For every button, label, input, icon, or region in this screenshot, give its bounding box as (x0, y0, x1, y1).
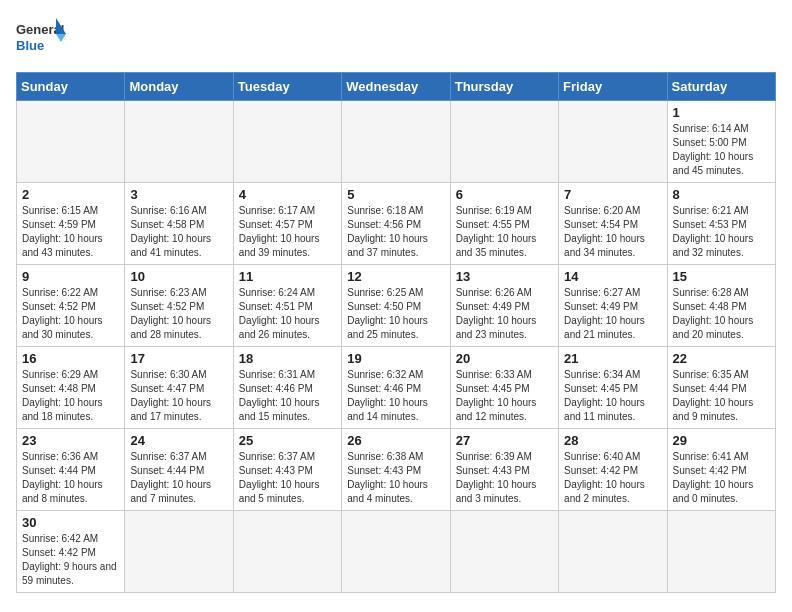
day-info: Sunrise: 6:36 AM Sunset: 4:44 PM Dayligh… (22, 450, 119, 506)
day-cell (125, 101, 233, 183)
day-cell: 17Sunrise: 6:30 AM Sunset: 4:47 PM Dayli… (125, 347, 233, 429)
day-info: Sunrise: 6:34 AM Sunset: 4:45 PM Dayligh… (564, 368, 661, 424)
day-info: Sunrise: 6:31 AM Sunset: 4:46 PM Dayligh… (239, 368, 336, 424)
day-cell (233, 511, 341, 593)
day-number: 23 (22, 433, 119, 448)
svg-text:Blue: Blue (16, 38, 44, 53)
day-cell (233, 101, 341, 183)
day-info: Sunrise: 6:19 AM Sunset: 4:55 PM Dayligh… (456, 204, 553, 260)
week-row-1: 1Sunrise: 6:14 AM Sunset: 5:00 PM Daylig… (17, 101, 776, 183)
logo-svg-icon: General Blue (16, 16, 66, 60)
day-cell: 4Sunrise: 6:17 AM Sunset: 4:57 PM Daylig… (233, 183, 341, 265)
day-number: 17 (130, 351, 227, 366)
day-info: Sunrise: 6:40 AM Sunset: 4:42 PM Dayligh… (564, 450, 661, 506)
logo: General Blue (16, 16, 66, 60)
day-info: Sunrise: 6:17 AM Sunset: 4:57 PM Dayligh… (239, 204, 336, 260)
day-info: Sunrise: 6:15 AM Sunset: 4:59 PM Dayligh… (22, 204, 119, 260)
day-number: 26 (347, 433, 444, 448)
svg-marker-2 (56, 18, 66, 34)
day-cell: 14Sunrise: 6:27 AM Sunset: 4:49 PM Dayli… (559, 265, 667, 347)
day-number: 27 (456, 433, 553, 448)
day-cell: 10Sunrise: 6:23 AM Sunset: 4:52 PM Dayli… (125, 265, 233, 347)
day-cell: 26Sunrise: 6:38 AM Sunset: 4:43 PM Dayli… (342, 429, 450, 511)
day-cell: 22Sunrise: 6:35 AM Sunset: 4:44 PM Dayli… (667, 347, 775, 429)
day-cell: 12Sunrise: 6:25 AM Sunset: 4:50 PM Dayli… (342, 265, 450, 347)
day-cell: 15Sunrise: 6:28 AM Sunset: 4:48 PM Dayli… (667, 265, 775, 347)
day-number: 4 (239, 187, 336, 202)
week-row-3: 9Sunrise: 6:22 AM Sunset: 4:52 PM Daylig… (17, 265, 776, 347)
weekday-header-sunday: Sunday (17, 73, 125, 101)
day-cell (559, 511, 667, 593)
day-cell (342, 511, 450, 593)
day-info: Sunrise: 6:41 AM Sunset: 4:42 PM Dayligh… (673, 450, 770, 506)
weekday-header-wednesday: Wednesday (342, 73, 450, 101)
day-cell: 16Sunrise: 6:29 AM Sunset: 4:48 PM Dayli… (17, 347, 125, 429)
day-cell (667, 511, 775, 593)
day-number: 29 (673, 433, 770, 448)
day-number: 20 (456, 351, 553, 366)
day-number: 30 (22, 515, 119, 530)
day-number: 18 (239, 351, 336, 366)
day-info: Sunrise: 6:28 AM Sunset: 4:48 PM Dayligh… (673, 286, 770, 342)
day-number: 11 (239, 269, 336, 284)
day-cell: 5Sunrise: 6:18 AM Sunset: 4:56 PM Daylig… (342, 183, 450, 265)
day-info: Sunrise: 6:16 AM Sunset: 4:58 PM Dayligh… (130, 204, 227, 260)
day-cell: 9Sunrise: 6:22 AM Sunset: 4:52 PM Daylig… (17, 265, 125, 347)
day-number: 7 (564, 187, 661, 202)
week-row-4: 16Sunrise: 6:29 AM Sunset: 4:48 PM Dayli… (17, 347, 776, 429)
day-number: 8 (673, 187, 770, 202)
day-info: Sunrise: 6:22 AM Sunset: 4:52 PM Dayligh… (22, 286, 119, 342)
day-cell: 2Sunrise: 6:15 AM Sunset: 4:59 PM Daylig… (17, 183, 125, 265)
week-row-6: 30Sunrise: 6:42 AM Sunset: 4:42 PM Dayli… (17, 511, 776, 593)
week-row-2: 2Sunrise: 6:15 AM Sunset: 4:59 PM Daylig… (17, 183, 776, 265)
day-info: Sunrise: 6:33 AM Sunset: 4:45 PM Dayligh… (456, 368, 553, 424)
day-info: Sunrise: 6:26 AM Sunset: 4:49 PM Dayligh… (456, 286, 553, 342)
day-cell (450, 511, 558, 593)
day-info: Sunrise: 6:29 AM Sunset: 4:48 PM Dayligh… (22, 368, 119, 424)
day-info: Sunrise: 6:18 AM Sunset: 4:56 PM Dayligh… (347, 204, 444, 260)
day-number: 2 (22, 187, 119, 202)
day-info: Sunrise: 6:23 AM Sunset: 4:52 PM Dayligh… (130, 286, 227, 342)
day-cell: 19Sunrise: 6:32 AM Sunset: 4:46 PM Dayli… (342, 347, 450, 429)
day-cell (125, 511, 233, 593)
day-info: Sunrise: 6:37 AM Sunset: 4:44 PM Dayligh… (130, 450, 227, 506)
day-number: 24 (130, 433, 227, 448)
day-info: Sunrise: 6:24 AM Sunset: 4:51 PM Dayligh… (239, 286, 336, 342)
day-number: 6 (456, 187, 553, 202)
day-cell (559, 101, 667, 183)
weekday-header-thursday: Thursday (450, 73, 558, 101)
day-cell: 28Sunrise: 6:40 AM Sunset: 4:42 PM Dayli… (559, 429, 667, 511)
day-number: 16 (22, 351, 119, 366)
day-number: 3 (130, 187, 227, 202)
day-cell: 24Sunrise: 6:37 AM Sunset: 4:44 PM Dayli… (125, 429, 233, 511)
day-info: Sunrise: 6:30 AM Sunset: 4:47 PM Dayligh… (130, 368, 227, 424)
day-cell (342, 101, 450, 183)
day-number: 9 (22, 269, 119, 284)
weekday-header-saturday: Saturday (667, 73, 775, 101)
day-number: 25 (239, 433, 336, 448)
day-cell: 30Sunrise: 6:42 AM Sunset: 4:42 PM Dayli… (17, 511, 125, 593)
day-number: 28 (564, 433, 661, 448)
weekday-header-friday: Friday (559, 73, 667, 101)
day-info: Sunrise: 6:20 AM Sunset: 4:54 PM Dayligh… (564, 204, 661, 260)
day-cell: 18Sunrise: 6:31 AM Sunset: 4:46 PM Dayli… (233, 347, 341, 429)
day-cell (17, 101, 125, 183)
day-info: Sunrise: 6:27 AM Sunset: 4:49 PM Dayligh… (564, 286, 661, 342)
weekday-header-tuesday: Tuesday (233, 73, 341, 101)
day-info: Sunrise: 6:42 AM Sunset: 4:42 PM Dayligh… (22, 532, 119, 588)
day-info: Sunrise: 6:32 AM Sunset: 4:46 PM Dayligh… (347, 368, 444, 424)
day-cell: 20Sunrise: 6:33 AM Sunset: 4:45 PM Dayli… (450, 347, 558, 429)
day-number: 15 (673, 269, 770, 284)
day-cell: 1Sunrise: 6:14 AM Sunset: 5:00 PM Daylig… (667, 101, 775, 183)
day-info: Sunrise: 6:25 AM Sunset: 4:50 PM Dayligh… (347, 286, 444, 342)
day-cell: 21Sunrise: 6:34 AM Sunset: 4:45 PM Dayli… (559, 347, 667, 429)
day-cell: 23Sunrise: 6:36 AM Sunset: 4:44 PM Dayli… (17, 429, 125, 511)
calendar: SundayMondayTuesdayWednesdayThursdayFrid… (16, 72, 776, 593)
day-info: Sunrise: 6:21 AM Sunset: 4:53 PM Dayligh… (673, 204, 770, 260)
day-number: 13 (456, 269, 553, 284)
day-cell: 3Sunrise: 6:16 AM Sunset: 4:58 PM Daylig… (125, 183, 233, 265)
day-info: Sunrise: 6:35 AM Sunset: 4:44 PM Dayligh… (673, 368, 770, 424)
weekday-header-row: SundayMondayTuesdayWednesdayThursdayFrid… (17, 73, 776, 101)
day-number: 22 (673, 351, 770, 366)
day-cell: 11Sunrise: 6:24 AM Sunset: 4:51 PM Dayli… (233, 265, 341, 347)
